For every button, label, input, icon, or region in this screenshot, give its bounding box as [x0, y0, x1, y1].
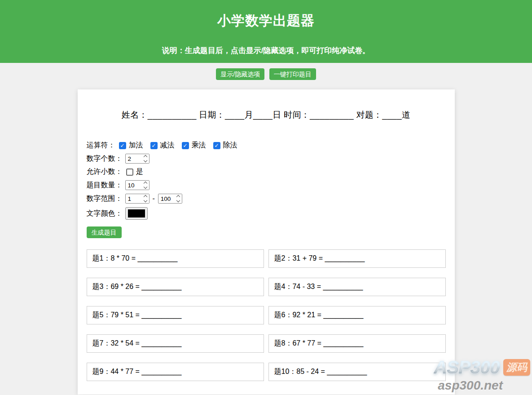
page-title: 小学数学出题器 — [0, 12, 532, 30]
chevron-down-icon[interactable] — [144, 159, 147, 162]
text-color-label: 文字颜色： — [87, 209, 123, 218]
operator-label-multiplication: 乘法 — [192, 141, 206, 150]
checkbox-addition[interactable] — [119, 142, 126, 149]
generate-questions-button[interactable]: 生成题目 — [87, 226, 122, 238]
decimals-row: 允许小数： 是 — [87, 167, 446, 177]
question-box-2: 题2：31 + 79 = __________ — [268, 249, 446, 268]
range-max-value: 100 — [158, 195, 175, 202]
range-max-spinner[interactable] — [175, 194, 182, 203]
question-box-5: 题5：79 * 51 = __________ — [87, 306, 264, 324]
decimals-label: 允许小数： — [87, 167, 123, 177]
chevron-down-icon[interactable] — [144, 199, 147, 202]
count-label: 题目数量： — [87, 181, 123, 190]
count-value: 10 — [126, 182, 142, 189]
digits-row: 数字个数： 2 — [87, 154, 446, 164]
operator-label-addition: 加法 — [129, 141, 143, 150]
checkbox-multiplication[interactable] — [182, 142, 189, 149]
range-min-input[interactable]: 1 — [125, 194, 149, 204]
chevron-down-icon[interactable] — [144, 185, 147, 189]
range-separator: - — [153, 195, 155, 203]
chevron-up-icon[interactable] — [176, 195, 180, 199]
question-box-9: 题9：44 * 77 = __________ — [87, 363, 264, 381]
source-badge: 源码 — [503, 359, 530, 376]
operator-label-division: 除法 — [223, 141, 237, 150]
header-banner: 小学数学出题器 说明：生成题目后，点击显示/隐藏选项，即可打印纯净试卷。 — [0, 0, 532, 63]
checkbox-subtraction[interactable] — [150, 142, 158, 149]
text-color-picker[interactable] — [125, 207, 148, 220]
questions-grid: 题1：8 * 70 = __________ 题2：31 + 79 = ____… — [87, 249, 446, 381]
toolbar: 显示/隐藏选项 一键打印题目 — [0, 68, 532, 80]
count-input[interactable]: 10 — [125, 180, 149, 190]
page-subtitle: 说明：生成题目后，点击显示/隐藏选项，即可打印纯净试卷。 — [0, 45, 532, 56]
question-box-8: 题8：67 * 77 = __________ — [268, 334, 446, 353]
text-color-row: 文字颜色： — [87, 207, 446, 220]
operator-label-subtraction: 减法 — [160, 141, 175, 150]
worksheet-info-line: 姓名：__________ 日期：____月____日 时间：_________… — [87, 109, 446, 121]
color-swatch — [128, 209, 145, 217]
toggle-options-button[interactable]: 显示/隐藏选项 — [216, 68, 264, 80]
checkbox-division[interactable] — [213, 142, 220, 149]
chevron-down-icon[interactable] — [176, 199, 180, 202]
range-min-value: 1 — [126, 195, 142, 202]
operators-row: 运算符： 加法 减法 乘法 除法 — [87, 141, 446, 150]
range-max-input[interactable]: 100 — [158, 194, 182, 204]
range-label: 数字范围： — [87, 194, 123, 204]
options-panel: 运算符： 加法 减法 乘法 除法 数字个数： 2 允许小数： 是 题目数量： — [87, 141, 446, 238]
question-box-4: 题4：74 - 33 = __________ — [268, 278, 446, 296]
operators-label: 运算符： — [87, 141, 115, 150]
count-row: 题目数量： 10 — [87, 180, 446, 190]
question-box-7: 题7：32 * 54 = __________ — [87, 334, 264, 353]
question-box-10: 题10：85 - 24 = __________ — [268, 363, 446, 381]
print-button[interactable]: 一键打印题目 — [269, 68, 316, 80]
digits-input[interactable]: 2 — [125, 154, 149, 164]
count-spinner[interactable] — [142, 181, 149, 190]
question-box-1: 题1：8 * 70 = __________ — [87, 249, 264, 268]
digits-value: 2 — [126, 155, 142, 162]
checkbox-allow-decimals[interactable] — [126, 169, 133, 176]
digits-label: 数字个数： — [87, 154, 123, 164]
question-box-6: 题6：92 * 21 = __________ — [268, 306, 446, 324]
range-row: 数字范围： 1 - 100 — [87, 194, 446, 204]
question-box-3: 题3：69 * 26 = __________ — [87, 278, 264, 296]
worksheet-card: 姓名：__________ 日期：____月____日 时间：_________… — [78, 89, 455, 395]
range-min-spinner[interactable] — [142, 194, 149, 203]
decimals-option-label: 是 — [136, 167, 143, 177]
digits-spinner[interactable] — [142, 154, 149, 163]
